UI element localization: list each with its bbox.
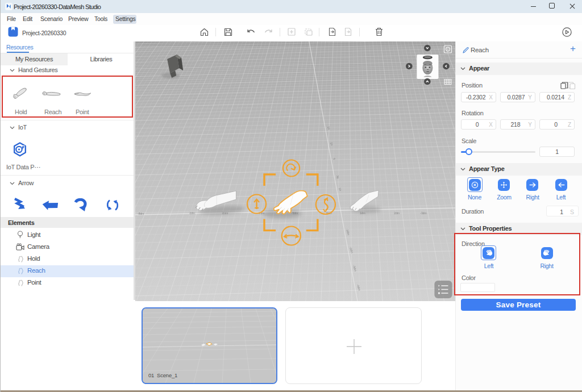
svg-text:2dm: 2dm bbox=[394, 212, 400, 215]
svg-text:-3dm: -3dm bbox=[420, 212, 426, 215]
svg-text:2dm: 2dm bbox=[189, 212, 195, 215]
svg-text:-8dm: -8dm bbox=[138, 212, 144, 216]
